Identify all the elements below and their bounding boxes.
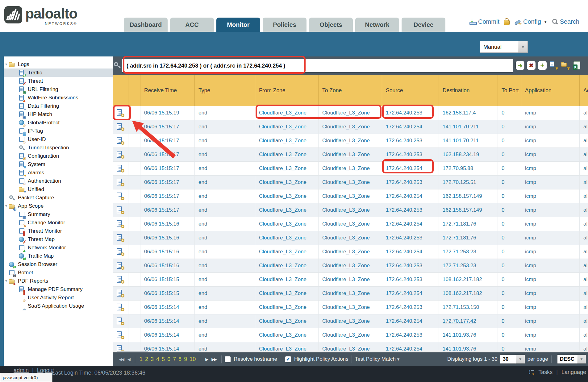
filter-builder-icon[interactable]: ▼ [549,61,558,70]
sidebar-item-threat-map[interactable]: ✗Threat Map [4,235,113,243]
log-detail-magnifier-icon[interactable] [116,220,124,228]
sidebar-item-globalprotect[interactable]: ☺GlobalProtect [4,118,113,127]
commit-button[interactable]: ↓ Commit [469,18,499,25]
cell-dst[interactable]: 172.70.177.42 [439,314,498,328]
search-button[interactable]: Search [552,18,579,25]
load-saved-filter-icon[interactable]: ▼ [561,61,570,70]
config-menu-button[interactable]: Config▼ [514,18,548,25]
sidebar-item-session-browser[interactable]: ⇄Session Browser [4,260,113,268]
sidebar-item-wildfire-submissions[interactable]: ▲WildFire Submissions [4,93,113,102]
column-header-receive-time[interactable]: Receive Time [140,75,195,106]
tree-expand-arrow-icon[interactable]: ▼ [4,204,9,208]
page-number-3[interactable]: 3 [149,356,155,362]
log-row-16[interactable]: 06/06 15:15:14endCloudflare_L3_ZoneCloud… [113,314,588,328]
log-row-17[interactable]: 06/06 15:15:14endCloudflare_L3_ZoneCloud… [113,328,588,342]
log-row-12[interactable]: 06/06 15:15:16endCloudflare_L3_ZoneCloud… [113,259,588,273]
sidebar-item-configuration[interactable]: ☀Configuration [4,152,113,160]
column-header-type[interactable]: Type [195,75,255,106]
log-detail-magnifier-icon[interactable] [116,303,124,311]
sidebar-item-botnet[interactable]: ☠Botnet [4,268,113,277]
add-filter-button[interactable]: + [538,61,547,70]
column-header-from-zone[interactable]: From Zone [255,75,319,106]
page-number-5[interactable]: 5 [161,356,166,362]
sidebar-item-system[interactable]: ■System [4,160,113,168]
page-number-9[interactable]: 9 [183,356,188,362]
sidebar-item-unified[interactable]: ≡Unified [4,185,113,193]
tab-acc[interactable]: ACC [170,18,214,32]
log-row-10[interactable]: 06/06 15:15:16endCloudflare_L3_ZoneCloud… [113,231,588,245]
log-row-11[interactable]: 06/06 15:15:16endCloudflare_L3_ZoneCloud… [113,245,588,259]
language-button[interactable]: Language [561,369,586,376]
log-row-7[interactable]: 06/06 15:15:17endCloudflare_L3_ZoneCloud… [113,189,588,203]
refresh-mode-dropdown-arrow[interactable]: ▼ [518,41,528,53]
log-row-14[interactable]: 06/06 15:15:15endCloudflare_L3_ZoneCloud… [113,287,588,301]
sidebar-item-url-filtering[interactable]: ◉URL Filtering [4,85,113,93]
log-row-5[interactable]: 06/06 15:15:17endCloudflare_L3_ZoneCloud… [113,162,588,176]
tab-objects[interactable]: Objects [309,18,353,32]
log-detail-magnifier-icon[interactable] [116,317,124,325]
admin-user-link[interactable]: admin [14,367,29,373]
column-header-to-port[interactable]: To Port [498,75,521,106]
sidebar-item-ip-tag[interactable]: ▦IP-Tag [4,127,113,135]
page-number-8[interactable]: 8 [177,356,183,362]
log-detail-magnifier-icon[interactable] [116,164,124,172]
sort-order-select[interactable]: DESC ▼ [557,355,586,364]
sidebar-item-logs[interactable]: ▼Logs [4,60,113,69]
per-page-select[interactable]: 30 ▼ [500,355,525,364]
sidebar-item-manage-pdf-summary[interactable]: ▌Manage PDF Summary [4,285,113,293]
log-detail-magnifier-icon[interactable] [116,123,124,131]
log-detail-magnifier-icon[interactable] [116,109,124,117]
log-detail-magnifier-icon[interactable] [116,178,124,186]
apply-filter-button[interactable]: ➜ [516,61,524,70]
sidebar-item-network-monitor[interactable]: ▲Network Monitor [4,243,113,252]
sidebar-item-packet-capture[interactable]: Packet Capture [4,193,113,202]
tasks-button[interactable]: Tasks [538,369,553,376]
test-policy-match-button[interactable]: Test Policy Match [355,356,396,362]
sidebar-item-traffic[interactable]: ⇄Traffic [4,69,113,77]
sidebar-item-threat-monitor[interactable]: ▋Threat Monitor [4,227,113,235]
column-header-to-zone[interactable]: To Zone [319,75,382,106]
last-page-button[interactable]: ▶▶ [210,357,218,362]
column-header-application[interactable]: Application [521,75,580,106]
sidebar-item-alarms[interactable]: ♦Alarms [4,168,113,177]
sidebar-item-tunnel-inspection[interactable]: Tunnel Inspection [4,143,113,152]
page-number-7[interactable]: 7 [172,356,177,362]
log-row-4[interactable]: 06/06 15:15:17endCloudflare_L3_ZoneCloud… [113,148,588,162]
sidebar-item-user-id[interactable]: ☺User-ID [4,135,113,143]
sidebar-item-authentication[interactable]: ☺Authentication [4,177,113,185]
prev-page-button[interactable]: ◀ [126,357,132,362]
log-detail-magnifier-icon[interactable] [116,137,124,145]
tab-policies[interactable]: Policies [263,18,307,32]
tree-expand-arrow-icon[interactable]: ▼ [4,63,9,66]
column-header-destination[interactable]: Destination [439,75,498,106]
tab-dashboard[interactable]: Dashboard [124,18,168,32]
log-detail-magnifier-icon[interactable] [116,331,124,339]
sort-order-dropdown-arrow[interactable]: ▼ [577,355,586,364]
tab-network[interactable]: Network [355,18,399,32]
log-row-3[interactable]: 06/06 15:15:17endCloudflare_L3_ZoneCloud… [113,134,588,148]
sidebar-item-app-scope[interactable]: ▼◎App Scope [4,202,113,210]
log-filter-input[interactable]: ( addr.src in 172.64.240.253 ) or ( addr… [122,59,513,73]
page-number-4[interactable]: 4 [155,356,161,362]
sidebar-item-threat[interactable]: ✗Threat [4,77,113,85]
log-detail-magnifier-icon[interactable] [116,206,124,214]
column-header-source[interactable]: Source [382,75,439,106]
log-row-13[interactable]: 06/06 15:15:15endCloudflare_L3_ZoneCloud… [113,273,588,287]
sidebar-item-change-monitor[interactable]: ↘Change Monitor [4,218,113,227]
sidebar-item-hip-match[interactable]: ▣HIP Match [4,110,113,118]
clear-filter-button[interactable]: ✖ [527,61,536,70]
resolve-hostname-checkbox[interactable] [225,356,231,362]
refresh-mode-select[interactable]: Manual ▼ [480,41,528,53]
highlight-policy-actions-checkbox[interactable]: ✔ [285,356,291,362]
log-detail-magnifier-icon[interactable] [116,345,124,351]
tab-monitor[interactable]: Monitor [216,18,260,32]
log-detail-magnifier-icon[interactable] [116,248,124,256]
sidebar-item-saas-application-usage[interactable]: ☁SaaS Application Usage [4,302,113,310]
sidebar-item-data-filtering[interactable]: ≡Data Filtering [4,102,113,110]
page-number-1[interactable]: 1 [138,356,144,362]
page-number-10[interactable]: 10 [188,356,197,362]
log-row-18[interactable]: 06/06 15:15:14endCloudflare_L3_ZoneCloud… [113,342,588,351]
sidebar-item-traffic-map[interactable]: ⇄Traffic Map [4,252,113,260]
log-row-9[interactable]: 06/06 15:15:16endCloudflare_L3_ZoneCloud… [113,217,588,231]
log-row-2[interactable]: 06/06 15:15:17endCloudflare_L3_ZoneCloud… [113,120,588,134]
